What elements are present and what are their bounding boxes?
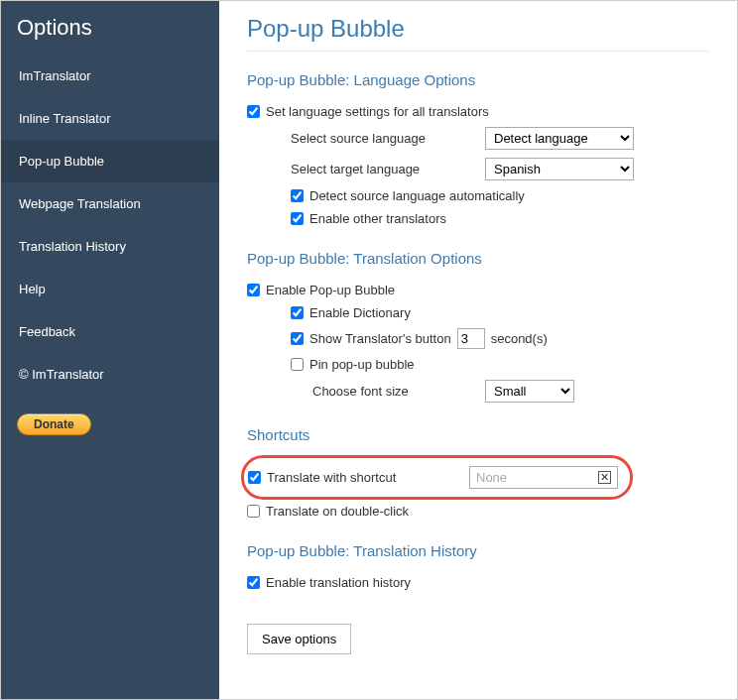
label-font-size: Choose font size [312,384,479,399]
label-show-button: Show Translator's button [309,331,451,346]
sidebar-item-inline-translator[interactable]: Inline Translator [1,97,219,140]
checkbox-enable-history[interactable] [247,576,260,589]
checkbox-translate-shortcut[interactable] [248,471,261,484]
checkbox-enable-dictionary[interactable] [291,306,304,319]
sidebar-item-help[interactable]: Help [1,268,219,310]
sidebar-item-copyright[interactable]: © ImTranslator [1,353,219,396]
label-enable-other: Enable other translators [309,211,446,226]
section-translation-options: Pop-up Bubble: Translation Options [247,250,709,267]
sidebar: Options ImTranslator Inline Translator P… [1,1,219,699]
section-language-options: Pop-up Bubble: Language Options [247,71,709,88]
main-content: Pop-up Bubble Pop-up Bubble: Language Op… [219,1,737,699]
input-show-button-seconds[interactable] [457,328,485,349]
checkbox-enable-other[interactable] [291,212,304,225]
section-shortcuts: Shortcuts [247,426,709,443]
label-enable-dictionary: Enable Dictionary [309,305,411,320]
sidebar-item-popup-bubble[interactable]: Pop-up Bubble [1,140,219,182]
input-shortcut[interactable]: None ✕ [469,466,618,489]
label-source-language: Select source language [291,131,479,146]
page-title: Pop-up Bubble [247,1,709,52]
label-seconds-suffix: second(s) [491,331,548,346]
checkbox-set-all-translators[interactable] [247,105,260,118]
sidebar-item-imtranslator[interactable]: ImTranslator [1,55,219,97]
checkbox-pin-bubble[interactable] [291,358,304,371]
checkbox-detect-auto[interactable] [291,189,304,202]
select-font-size[interactable]: Small [485,380,574,403]
label-translate-shortcut: Translate with shortcut [267,470,463,485]
checkbox-show-button[interactable] [291,332,304,345]
label-enable-history: Enable translation history [266,575,411,590]
label-detect-auto: Detect source language automatically [309,188,525,203]
label-target-language: Select target language [291,162,479,176]
label-pin-bubble: Pin pop-up bubble [309,357,415,372]
shortcut-value-text: None [476,470,507,485]
label-enable-bubble: Enable Pop-up Bubble [266,283,395,297]
highlight-shortcut-row: Translate with shortcut None ✕ [241,455,633,500]
sidebar-item-feedback[interactable]: Feedback [1,310,219,353]
select-target-language[interactable]: Spanish [485,158,634,180]
donate-button[interactable]: Donate [17,413,91,435]
sidebar-item-webpage-translation[interactable]: Webpage Translation [1,182,219,225]
select-source-language[interactable]: Detect language [485,127,634,150]
sidebar-item-translation-history[interactable]: Translation History [1,225,219,268]
label-double-click: Translate on double-click [266,504,409,519]
section-translation-history: Pop-up Bubble: Translation History [247,542,709,559]
checkbox-enable-bubble[interactable] [247,284,260,296]
label-set-all-translators: Set language settings for all translator… [266,104,489,119]
checkbox-double-click[interactable] [247,505,260,518]
sidebar-title: Options [1,1,219,55]
save-button[interactable]: Save options [247,624,351,654]
clear-shortcut-icon[interactable]: ✕ [598,471,611,484]
